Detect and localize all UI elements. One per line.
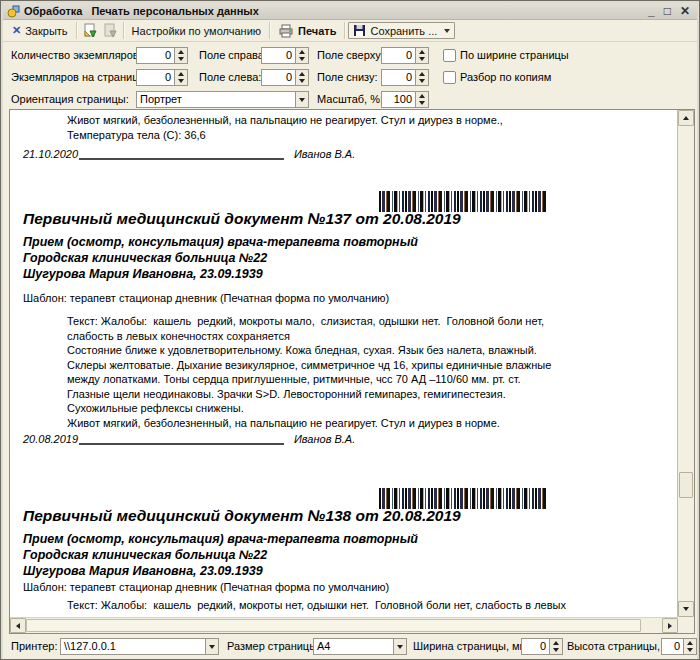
minimize-button[interactable]: _ [648,5,655,18]
page-size-dropdown-button[interactable] [393,639,406,654]
margin-left-value: 0 [262,70,295,85]
scale-value: 100 [382,92,415,107]
orientation-combobox[interactable]: Портрет [136,91,309,108]
margin-right-spin-buttons[interactable] [295,48,308,63]
print-settings-panel: Количество экземпляров: 0 Поле справа: 0… [3,42,697,109]
print-preview: Живот мягкий, безболезненный, на пальпац… [9,109,695,634]
load-settings-button[interactable] [80,22,100,40]
vertical-scrollbar[interactable] [678,110,694,617]
signature-block: 20.08.2019 Иванов В.А. [23,432,355,445]
doc-text-line: Текст: Жалобы: кашель редкий, мокроты не… [67,598,667,613]
margin-bottom-spin-buttons[interactable] [415,70,428,85]
signature-date: 21.10.2020 [23,148,79,160]
doc-text-line: Состояние ближе к удовлетворительному. К… [67,343,667,358]
doc2-subtitle: Прием (осмотр, консультация) врача-терап… [23,532,418,546]
save-dropdown-arrow-icon[interactable] [444,29,450,33]
margin-left-spinner[interactable]: 0 [261,69,309,86]
doc1-body: Текст: Жалобы: кашель редкий, мокроты ма… [67,314,667,430]
margin-left-label: Поле слева: [199,69,261,86]
close-form-button[interactable]: ✕ Закрыть [7,22,73,39]
scale-spinner[interactable]: 100 [381,91,429,108]
per-page-spinner[interactable]: 0 [136,69,188,86]
scale-spin-buttons[interactable] [415,92,428,107]
scroll-up-button[interactable] [678,110,694,126]
margin-bottom-label: Поле снизу: [317,69,378,86]
margin-right-value: 0 [262,48,295,63]
margin-top-spin-buttons[interactable] [415,48,428,63]
print-button[interactable]: Печать [273,22,341,40]
page-height-spinner[interactable]: 0 [661,638,697,655]
orientation-dropdown-button[interactable] [295,92,308,107]
page-size-value: A4 [314,639,393,654]
scroll-right-button[interactable] [662,618,678,633]
window-title: ОбработкаПечать персональных данных [24,5,259,17]
save-button[interactable]: Сохранить ... [348,22,455,39]
signature-date: 20.08.2019 [23,433,79,445]
margin-top-label: Поле сверху: [317,47,384,64]
collate-checkbox[interactable] [443,71,456,84]
copies-spin-buttons[interactable] [174,48,187,63]
print-label: Печать [298,25,336,37]
doc1-patient: Шугурова Мария Ивановна, 23.09.1939 [23,267,263,281]
scroll-left-button[interactable] [10,618,26,633]
margin-bottom-spinner[interactable]: 0 [381,69,429,86]
margin-top-value: 0 [382,48,415,63]
copies-spinner[interactable]: 0 [136,47,188,64]
floppy-disk-icon [353,24,366,37]
doc-text-line: Живот мягкий, безболезненный, на пальпац… [67,416,667,431]
vertical-scroll-thumb[interactable] [679,472,693,498]
printer-combobox[interactable]: \\127.0.0.1 [60,638,219,655]
doc1-subtitle: Прием (осмотр, консультация) врача-терап… [23,235,418,249]
doc2-template-line: Шаблон: терапевт стационар дневник (Печа… [23,580,389,595]
app-window: ОбработкаПечать персональных данных _ □ … [0,0,700,660]
margin-right-label: Поле справа: [199,47,267,64]
titlebar[interactable]: ОбработкаПечать персональных данных _ □ … [3,3,697,20]
scroll-down-button[interactable] [678,601,694,617]
barcode-137 [379,191,547,212]
printer-value: \\127.0.0.1 [61,639,205,654]
signature-name: Иванов В.А. [294,433,355,445]
doc2-title: Первичный медицинский документ №138 от 2… [23,507,461,525]
doc1-title: Первичный медицинский документ №137 от 2… [23,210,461,228]
signature-block: 21.10.2020 Иванов В.А. [23,147,355,160]
toolbar-separator [344,22,345,39]
page-height-spin-buttons[interactable] [683,639,696,654]
doc-text-line: Склеры желтоватые. Дыхание везикулярное,… [67,358,667,373]
per-page-spin-buttons[interactable] [174,70,187,85]
margin-right-spinner[interactable]: 0 [261,47,309,64]
doc-text-line: Сухожильные рефлексы снижены. [67,401,667,416]
maximize-button[interactable]: □ [664,5,671,18]
fit-width-checkbox[interactable] [443,49,456,62]
scroll-down-icon [683,607,689,611]
doc-text-line: слабость в левых конечностях сохраняется [67,329,667,344]
margin-left-spin-buttons[interactable] [295,70,308,85]
horizontal-scroll-thumb[interactable] [26,619,641,632]
default-settings-button[interactable]: Настройки по умолчанию [127,23,266,39]
page-size-combobox[interactable]: A4 [313,638,407,655]
close-form-label: Закрыть [25,25,67,37]
copies-value: 0 [137,48,174,63]
horizontal-scrollbar[interactable] [10,617,678,633]
doc-text-line: Температура тела (С): 36,6 [67,128,667,143]
page-width-spin-buttons[interactable] [549,639,562,654]
doc-text-line: между лопатками. Тоны сердца приглушенны… [67,372,667,387]
window-controls: _ □ ✕ [648,5,693,18]
toolbar-separator [76,22,77,39]
page-width-spinner[interactable]: 0 [521,638,563,655]
orientation-value: Портрет [137,92,295,107]
printer-dropdown-button[interactable] [205,639,218,654]
save-settings-button-disabled[interactable] [100,22,120,40]
doc2-organization: Городская клиническая больница №22 [23,548,267,562]
doc2-body: Текст: Жалобы: кашель редкий, мокроты не… [67,598,667,617]
page-width-label: Ширина страницы, мм: [413,638,530,655]
page-height-value: 0 [662,639,683,654]
default-settings-label: Настройки по умолчанию [132,25,261,37]
preview-document[interactable]: Живот мягкий, безболезненный, на пальпац… [10,110,678,617]
page-width-value: 0 [522,639,549,654]
page-size-label: Размер страницы: [227,638,320,655]
app-icon [7,5,20,18]
signature-line [79,432,284,445]
scroll-up-icon [683,116,689,120]
margin-top-spinner[interactable]: 0 [381,47,429,64]
close-window-button[interactable]: ✕ [680,5,690,18]
